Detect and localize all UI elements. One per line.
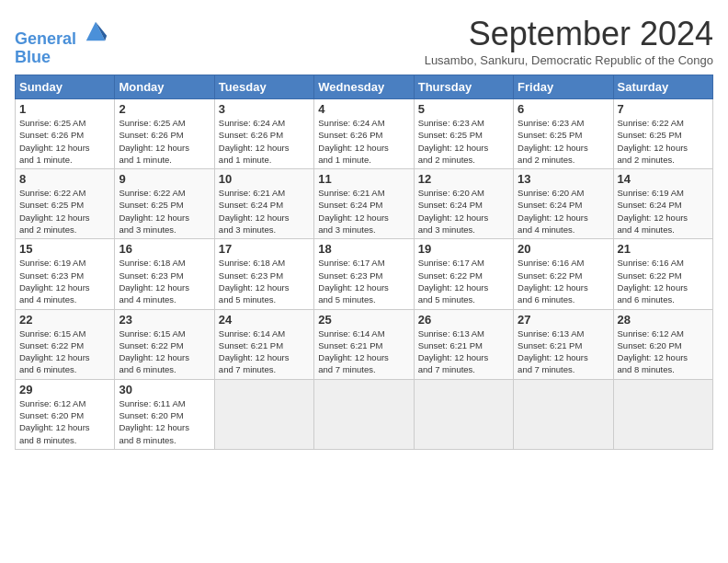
calendar-cell: 25Sunrise: 6:14 AM Sunset: 6:21 PM Dayli… bbox=[314, 309, 414, 379]
calendar-row: 1Sunrise: 6:25 AM Sunset: 6:26 PM Daylig… bbox=[16, 99, 713, 169]
calendar-cell: 22Sunrise: 6:15 AM Sunset: 6:22 PM Dayli… bbox=[16, 309, 115, 379]
calendar-cell: 5Sunrise: 6:23 AM Sunset: 6:25 PM Daylig… bbox=[414, 99, 513, 169]
day-info: Sunrise: 6:14 AM Sunset: 6:21 PM Dayligh… bbox=[219, 327, 310, 376]
day-number: 25 bbox=[318, 313, 409, 327]
calendar-cell: 24Sunrise: 6:14 AM Sunset: 6:21 PM Dayli… bbox=[214, 309, 313, 379]
day-number: 14 bbox=[618, 172, 709, 186]
calendar-row: 22Sunrise: 6:15 AM Sunset: 6:22 PM Dayli… bbox=[16, 309, 713, 379]
page-header: General Blue September 2024 Lusambo, San… bbox=[15, 15, 713, 67]
day-info: Sunrise: 6:15 AM Sunset: 6:22 PM Dayligh… bbox=[119, 327, 210, 376]
day-number: 3 bbox=[219, 102, 310, 116]
day-number: 23 bbox=[119, 313, 210, 327]
header-sunday: Sunday bbox=[16, 75, 115, 99]
header-saturday: Saturday bbox=[613, 75, 712, 99]
day-info: Sunrise: 6:20 AM Sunset: 6:24 PM Dayligh… bbox=[518, 187, 609, 236]
day-number: 17 bbox=[219, 242, 310, 256]
day-info: Sunrise: 6:15 AM Sunset: 6:22 PM Dayligh… bbox=[19, 327, 110, 376]
day-info: Sunrise: 6:17 AM Sunset: 6:22 PM Dayligh… bbox=[418, 257, 509, 305]
day-info: Sunrise: 6:21 AM Sunset: 6:24 PM Dayligh… bbox=[219, 187, 310, 236]
day-number: 15 bbox=[19, 242, 110, 256]
day-number: 1 bbox=[19, 102, 110, 116]
day-info: Sunrise: 6:23 AM Sunset: 6:25 PM Dayligh… bbox=[518, 117, 609, 166]
day-number: 28 bbox=[618, 313, 709, 327]
logo: General Blue bbox=[15, 18, 108, 67]
day-info: Sunrise: 6:21 AM Sunset: 6:24 PM Dayligh… bbox=[318, 187, 409, 236]
calendar-cell: 7Sunrise: 6:22 AM Sunset: 6:25 PM Daylig… bbox=[613, 99, 712, 169]
day-info: Sunrise: 6:12 AM Sunset: 6:20 PM Dayligh… bbox=[618, 327, 709, 376]
day-info: Sunrise: 6:13 AM Sunset: 6:21 PM Dayligh… bbox=[418, 327, 509, 376]
day-number: 9 bbox=[119, 172, 210, 186]
calendar-cell: 18Sunrise: 6:17 AM Sunset: 6:23 PM Dayli… bbox=[314, 239, 414, 309]
day-number: 27 bbox=[518, 313, 609, 327]
location-subtitle: Lusambo, Sankuru, Democratic Republic of… bbox=[425, 53, 713, 67]
calendar-cell: 3Sunrise: 6:24 AM Sunset: 6:26 PM Daylig… bbox=[214, 99, 313, 169]
calendar-cell: 17Sunrise: 6:18 AM Sunset: 6:23 PM Dayli… bbox=[214, 239, 313, 309]
calendar-cell: 9Sunrise: 6:22 AM Sunset: 6:25 PM Daylig… bbox=[115, 169, 214, 239]
day-info: Sunrise: 6:17 AM Sunset: 6:23 PM Dayligh… bbox=[318, 257, 409, 305]
day-info: Sunrise: 6:25 AM Sunset: 6:26 PM Dayligh… bbox=[119, 117, 210, 166]
day-info: Sunrise: 6:22 AM Sunset: 6:25 PM Dayligh… bbox=[119, 187, 210, 236]
calendar-cell: 26Sunrise: 6:13 AM Sunset: 6:21 PM Dayli… bbox=[414, 309, 513, 379]
day-info: Sunrise: 6:16 AM Sunset: 6:22 PM Dayligh… bbox=[518, 257, 609, 305]
calendar-cell: 10Sunrise: 6:21 AM Sunset: 6:24 PM Dayli… bbox=[214, 169, 313, 239]
calendar-cell: 6Sunrise: 6:23 AM Sunset: 6:25 PM Daylig… bbox=[514, 99, 613, 169]
calendar-cell bbox=[214, 379, 313, 449]
calendar-row: 15Sunrise: 6:19 AM Sunset: 6:23 PM Dayli… bbox=[16, 239, 713, 309]
header-tuesday: Tuesday bbox=[214, 75, 313, 99]
day-info: Sunrise: 6:24 AM Sunset: 6:26 PM Dayligh… bbox=[318, 117, 409, 166]
calendar-row: 29Sunrise: 6:12 AM Sunset: 6:20 PM Dayli… bbox=[16, 379, 713, 449]
day-number: 18 bbox=[318, 242, 409, 256]
day-number: 11 bbox=[318, 172, 409, 186]
day-info: Sunrise: 6:18 AM Sunset: 6:23 PM Dayligh… bbox=[219, 257, 310, 305]
day-number: 8 bbox=[19, 172, 110, 186]
calendar-cell bbox=[613, 379, 712, 449]
day-number: 16 bbox=[119, 242, 210, 256]
month-title: September 2024 bbox=[425, 15, 713, 53]
calendar-cell bbox=[314, 379, 414, 449]
day-info: Sunrise: 6:14 AM Sunset: 6:21 PM Dayligh… bbox=[318, 327, 409, 376]
calendar-cell: 14Sunrise: 6:19 AM Sunset: 6:24 PM Dayli… bbox=[613, 169, 712, 239]
day-number: 22 bbox=[19, 313, 110, 327]
day-number: 29 bbox=[19, 383, 110, 396]
day-info: Sunrise: 6:22 AM Sunset: 6:25 PM Dayligh… bbox=[618, 117, 709, 166]
calendar-cell: 30Sunrise: 6:11 AM Sunset: 6:20 PM Dayli… bbox=[115, 379, 214, 449]
day-number: 4 bbox=[318, 102, 409, 116]
calendar-cell: 13Sunrise: 6:20 AM Sunset: 6:24 PM Dayli… bbox=[514, 169, 613, 239]
calendar-cell: 20Sunrise: 6:16 AM Sunset: 6:22 PM Dayli… bbox=[514, 239, 613, 309]
logo-icon bbox=[83, 18, 108, 44]
header-monday: Monday bbox=[115, 75, 214, 99]
calendar-cell: 8Sunrise: 6:22 AM Sunset: 6:25 PM Daylig… bbox=[16, 169, 115, 239]
day-info: Sunrise: 6:12 AM Sunset: 6:20 PM Dayligh… bbox=[19, 397, 110, 446]
day-number: 20 bbox=[518, 242, 609, 256]
day-number: 19 bbox=[418, 242, 509, 256]
day-info: Sunrise: 6:20 AM Sunset: 6:24 PM Dayligh… bbox=[418, 187, 509, 236]
calendar-cell: 21Sunrise: 6:16 AM Sunset: 6:22 PM Dayli… bbox=[613, 239, 712, 309]
day-info: Sunrise: 6:23 AM Sunset: 6:25 PM Dayligh… bbox=[418, 117, 509, 166]
day-info: Sunrise: 6:16 AM Sunset: 6:22 PM Dayligh… bbox=[618, 257, 709, 305]
header-wednesday: Wednesday bbox=[314, 75, 414, 99]
day-number: 10 bbox=[219, 172, 310, 186]
day-number: 12 bbox=[418, 172, 509, 186]
calendar-cell: 2Sunrise: 6:25 AM Sunset: 6:26 PM Daylig… bbox=[115, 99, 214, 169]
calendar-cell: 23Sunrise: 6:15 AM Sunset: 6:22 PM Dayli… bbox=[115, 309, 214, 379]
calendar-row: 8Sunrise: 6:22 AM Sunset: 6:25 PM Daylig… bbox=[16, 169, 713, 239]
day-number: 13 bbox=[518, 172, 609, 186]
day-info: Sunrise: 6:25 AM Sunset: 6:26 PM Dayligh… bbox=[19, 117, 110, 166]
header-thursday: Thursday bbox=[414, 75, 513, 99]
calendar-cell: 29Sunrise: 6:12 AM Sunset: 6:20 PM Dayli… bbox=[16, 379, 115, 449]
logo-blue: Blue bbox=[15, 49, 108, 67]
calendar-cell: 28Sunrise: 6:12 AM Sunset: 6:20 PM Dayli… bbox=[613, 309, 712, 379]
day-number: 5 bbox=[418, 102, 509, 116]
title-section: September 2024 Lusambo, Sankuru, Democra… bbox=[425, 15, 713, 67]
calendar-cell: 19Sunrise: 6:17 AM Sunset: 6:22 PM Dayli… bbox=[414, 239, 513, 309]
calendar-cell: 15Sunrise: 6:19 AM Sunset: 6:23 PM Dayli… bbox=[16, 239, 115, 309]
calendar-cell: 27Sunrise: 6:13 AM Sunset: 6:21 PM Dayli… bbox=[514, 309, 613, 379]
day-number: 24 bbox=[219, 313, 310, 327]
day-number: 30 bbox=[119, 383, 210, 396]
day-info: Sunrise: 6:22 AM Sunset: 6:25 PM Dayligh… bbox=[19, 187, 110, 236]
day-number: 26 bbox=[418, 313, 509, 327]
day-number: 21 bbox=[618, 242, 709, 256]
day-info: Sunrise: 6:19 AM Sunset: 6:24 PM Dayligh… bbox=[618, 187, 709, 236]
header-friday: Friday bbox=[514, 75, 613, 99]
calendar-cell: 11Sunrise: 6:21 AM Sunset: 6:24 PM Dayli… bbox=[314, 169, 414, 239]
